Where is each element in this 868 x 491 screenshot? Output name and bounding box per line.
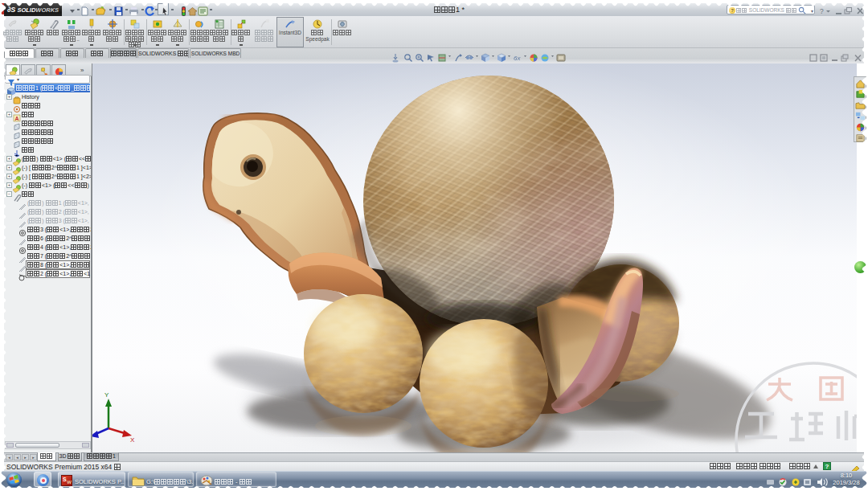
svg-text:6x: 6x (514, 55, 521, 62)
svg-text:Y: Y (104, 391, 109, 399)
svg-text:X: X (130, 436, 135, 444)
svg-text:?: ? (820, 7, 824, 15)
